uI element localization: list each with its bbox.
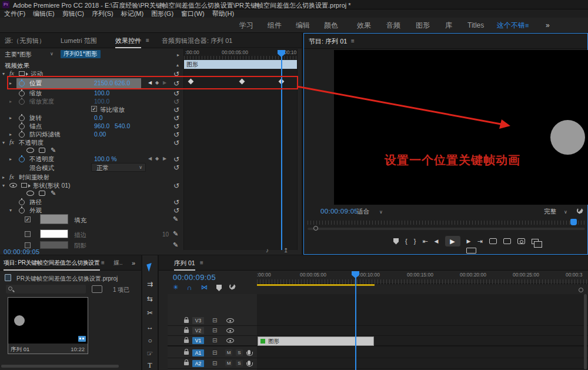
sync-lock-icon[interactable]: ⊟	[212, 360, 217, 366]
twirl-open-icon[interactable]: ▾	[9, 208, 12, 213]
reset-button[interactable]: ↺	[173, 114, 179, 122]
stroke-width-value[interactable]: 10	[162, 231, 169, 238]
twirl-closed-icon[interactable]: ▸	[2, 175, 5, 180]
scale-row[interactable]: 缩放 100.0 ↺	[0, 89, 182, 97]
tool-razor[interactable]: ✂	[142, 309, 158, 317]
search-input[interactable]	[15, 285, 83, 292]
stopwatch-icon[interactable]	[19, 124, 25, 129]
comparison-view-button[interactable]	[466, 248, 476, 254]
panel-menu-icon[interactable]: ≡	[200, 255, 203, 271]
reset-button[interactable]: ↺	[173, 198, 179, 206]
reset-button[interactable]: ↺	[173, 155, 179, 164]
fill-color-swatch[interactable]	[40, 214, 68, 224]
nest-toggle-icon[interactable]: ✳	[173, 284, 178, 291]
track-row-v1[interactable]: V1 ⊟ 图形	[168, 336, 588, 346]
reset-button[interactable]: ↺	[173, 89, 179, 98]
lock-icon[interactable]	[184, 362, 189, 365]
stopwatch-icon[interactable]	[19, 91, 25, 96]
uniform-scale-row[interactable]: ✓ 等比缩放 ↺	[0, 105, 182, 114]
tool-type[interactable]: T	[142, 361, 158, 370]
step-back-button[interactable]: ◀	[435, 238, 439, 244]
playback-quality-select[interactable]: 完整 ∨	[544, 208, 567, 216]
go-to-out-button[interactable]: ⇥	[477, 238, 482, 245]
scrubber-playhead[interactable]	[570, 219, 577, 225]
eyedropper-icon[interactable]: ✎	[173, 241, 178, 249]
track-row-v3[interactable]: V3 ⊟	[168, 316, 588, 326]
solo-button[interactable]: S	[236, 360, 243, 366]
mark-in-button[interactable]: {	[405, 238, 407, 245]
stopwatch-icon[interactable]	[19, 156, 25, 162]
panel-menu-icon[interactable]: ≡	[351, 34, 355, 49]
next-keyframe-button[interactable]: ▶	[163, 156, 166, 161]
workspace-overflow-icon[interactable]: »	[546, 18, 550, 33]
menu-item-window[interactable]: 窗口(W)	[181, 9, 205, 18]
track-output-eye-icon[interactable]	[226, 318, 234, 323]
track-row-v2[interactable]: V2 ⊟	[168, 326, 588, 336]
workspace-menu-icon[interactable]: ≡	[525, 18, 529, 33]
export-icon[interactable]: ↥	[283, 247, 288, 254]
lock-icon[interactable]	[184, 329, 189, 333]
tab-project[interactable]: 项目: PR关键帧空间差值怎么切换设置	[4, 255, 100, 271]
stroke-checkbox[interactable]: ✓	[25, 231, 31, 237]
lock-icon[interactable]	[184, 351, 189, 355]
opacity-row[interactable]: ▸ 不透明度 100.0 % ◀ ◆ ▶ ↺	[0, 155, 182, 163]
add-marker-button[interactable]	[393, 238, 399, 245]
scale-width-value[interactable]: 100.0	[94, 98, 109, 105]
sequence-card[interactable]: 序列 01 10:22	[8, 297, 88, 354]
lock-icon[interactable]	[184, 319, 189, 323]
tab-program[interactable]: 节目: 序列 01	[309, 34, 347, 49]
mark-out-button[interactable]: }	[414, 238, 416, 245]
fx-badge-icon[interactable]: fx	[9, 138, 14, 145]
mask-ellipse-button[interactable]	[26, 191, 34, 196]
workspace-tab-custom[interactable]: 这个不错	[497, 18, 525, 33]
anchor-row[interactable]: 锚点 960.0 540.0 ↺	[0, 122, 182, 130]
shadow-color-swatch[interactable]	[40, 241, 68, 249]
antiflicker-row[interactable]: ▸ 防闪烁滤镜 0.00 ↺	[0, 130, 182, 138]
play-button[interactable]: ▶	[445, 236, 460, 246]
track-label-v1[interactable]: V1	[192, 337, 204, 344]
workspace-tab-graphics[interactable]: 图形	[416, 18, 430, 33]
sync-lock-icon[interactable]: ⊟	[212, 327, 217, 334]
tool-slip[interactable]: ↔	[142, 323, 158, 331]
tool-ripple-edit[interactable]: ⇆	[142, 295, 158, 303]
button-editor-button[interactable]	[532, 239, 539, 244]
workspace-tab-learning[interactable]: 学习	[239, 18, 253, 33]
rotation-value[interactable]: 0.0	[94, 114, 103, 121]
mask-ellipse-button[interactable]	[26, 148, 34, 153]
workspace-tab-audio[interactable]: 音频	[386, 18, 400, 33]
reset-button[interactable]: ↺	[173, 106, 179, 114]
tool-track-select[interactable]: ⇉	[142, 280, 158, 288]
extract-button[interactable]	[503, 238, 511, 244]
sync-lock-icon[interactable]: ⊟	[212, 349, 217, 356]
sync-lock-icon[interactable]: ⊟	[212, 337, 217, 344]
rotation-row[interactable]: ▸ 旋转 0.0 ↺	[0, 114, 182, 122]
track-row-a1[interactable]: A1 ⊟ M S	[168, 348, 588, 358]
opacity-group-row[interactable]: ▾ fx 不透明度 ↺	[0, 138, 182, 146]
workspace-tab-libraries[interactable]: 库	[445, 18, 452, 33]
twirl-closed-icon[interactable]: ▸	[9, 115, 12, 121]
video-frame[interactable]: 设置一个位置关键帧动画	[334, 50, 588, 205]
eyedropper-icon[interactable]: ✎	[173, 215, 178, 223]
timeline-settings-icon[interactable]	[229, 284, 236, 291]
eyedropper-icon[interactable]: ✎	[173, 230, 178, 238]
tab-sequence[interactable]: 序列 01	[174, 255, 195, 271]
add-keyframe-button[interactable]: ◆	[155, 156, 159, 161]
mask-rect-button[interactable]	[39, 191, 45, 196]
reset-button[interactable]: ↺	[173, 164, 179, 172]
track-label-v3[interactable]: V3	[192, 317, 204, 324]
tool-ellipse[interactable]: ○	[142, 336, 158, 345]
reset-button[interactable]: ↺	[173, 131, 179, 139]
zoom-level-select[interactable]: 适合 ∨	[357, 208, 383, 216]
settings-wrench-icon[interactable]	[577, 208, 584, 215]
workspace-tab-editing[interactable]: 编辑	[296, 18, 310, 33]
lock-icon[interactable]	[184, 339, 189, 343]
menu-item-edit[interactable]: 编辑(E)	[33, 9, 55, 18]
opacity-value[interactable]: 100.0 %	[94, 155, 117, 162]
workspace-tab-titles[interactable]: Titles	[467, 18, 484, 33]
audio-keyframe-icon[interactable]: ♪	[266, 247, 269, 254]
track-label-a1[interactable]: A1	[192, 349, 204, 356]
stopwatch-icon[interactable]	[19, 132, 25, 138]
linked-selection-icon[interactable]: ⋈	[201, 284, 208, 291]
antiflicker-value[interactable]: 0.00	[94, 131, 106, 138]
twirl-open-icon[interactable]: ▾	[2, 71, 5, 76]
